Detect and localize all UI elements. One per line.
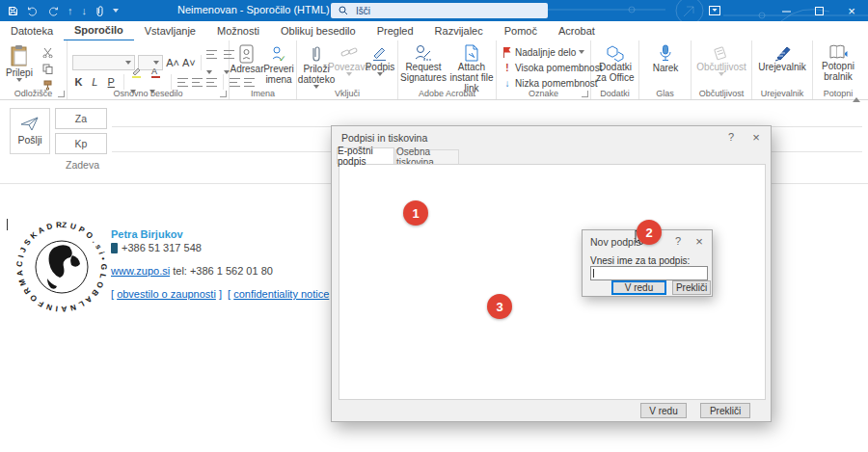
paste-dropdown-icon[interactable] <box>16 78 22 82</box>
phone-icon <box>111 243 118 253</box>
collapse-ribbon-icon[interactable] <box>853 89 860 106</box>
low-importance-label: Nizka pomembnost <box>515 78 598 89</box>
dictate-button[interactable]: Narek <box>647 44 684 73</box>
group-tags: Nadaljnje delo ! Visoka pomembnost ↓ Niz… <box>497 40 591 99</box>
minimize-button[interactable] <box>770 0 802 21</box>
ribbon-display-options-button[interactable] <box>698 0 731 21</box>
tab-pomoc[interactable]: Pomoč <box>494 21 548 40</box>
new-dialog-help-button[interactable]: ? <box>669 233 687 249</box>
tab-personal-stationery[interactable]: Osebna tiskovina <box>395 149 459 164</box>
notice-en-link[interactable]: confidentiality notice <box>233 288 329 300</box>
signature-name: Petra Birjukov <box>111 228 183 240</box>
clipboard-icon <box>10 44 29 67</box>
addins-icon <box>606 44 625 62</box>
tab-acrobat[interactable]: Acrobat <box>548 21 606 40</box>
save-icon[interactable] <box>8 6 18 16</box>
sensitivity-button: Občutljivost <box>697 44 746 76</box>
basic-text-dialog-launcher-icon[interactable] <box>220 91 227 97</box>
tags-dialog-launcher-icon[interactable] <box>582 91 588 97</box>
tab-vstavljanje[interactable]: Vstavljanje <box>134 21 206 40</box>
new-signature-name-input[interactable] <box>590 266 708 280</box>
move-down-icon[interactable]: ↓ <box>82 6 88 16</box>
maximize-button[interactable] <box>802 0 835 21</box>
group-adobe-acrobat: Request Signatures Attach instant file l… <box>398 40 497 99</box>
tab-datoteka[interactable]: Datoteka <box>0 21 64 40</box>
bold-button[interactable]: K <box>72 76 85 88</box>
high-importance-button[interactable]: ! Visoka pomembnost <box>502 63 602 73</box>
office-addins-button[interactable]: Dodatki za Office <box>595 44 636 83</box>
paste-label: Prilepi <box>6 67 33 78</box>
microphone-icon <box>658 44 673 63</box>
italic-button[interactable]: L <box>89 76 101 88</box>
tab-moznosti[interactable]: Možnosti <box>206 21 270 40</box>
tab-sporocilo[interactable]: Sporočilo <box>64 20 134 41</box>
group-label-include: Vključi <box>297 89 397 98</box>
dictate-label: Narek <box>653 63 679 73</box>
signature-notices: [ obvestilo o zaupnosti ] [ confidential… <box>111 288 335 300</box>
qat-menu-icon[interactable] <box>113 9 119 13</box>
dialog-ok-button[interactable]: V redu <box>640 403 687 418</box>
follow-up-label: Nadaljnje delo <box>515 47 576 58</box>
close-button[interactable]: × <box>835 0 868 21</box>
attach-icon[interactable] <box>95 5 104 17</box>
follow-up-dropdown-icon[interactable] <box>579 50 584 54</box>
group-label-clipboard: Odložišče <box>0 89 67 98</box>
move-up-icon[interactable]: ↑ <box>68 6 73 16</box>
copy-icon[interactable] <box>41 63 54 75</box>
sensitivity-dropdown-icon <box>719 72 724 76</box>
new-dialog-cancel-button[interactable]: Prekliči <box>672 280 711 295</box>
immersive-reader-label: Potopni bralnik <box>817 61 859 82</box>
cut-icon[interactable] <box>41 46 54 59</box>
clipboard-dialog-launcher-icon[interactable] <box>58 91 65 97</box>
address-book-button[interactable]: Adresar <box>231 44 262 74</box>
attach-instant-file-link-button[interactable]: Attach instant file link <box>448 44 495 93</box>
signature-website-link[interactable]: www.zupo.si <box>111 265 170 277</box>
tab-razvijalec[interactable]: Razvijalec <box>424 21 494 40</box>
signature-dropdown-icon[interactable] <box>377 72 383 76</box>
new-signature-prompt: Vnesi ime za ta podpis: <box>590 255 690 266</box>
to-button[interactable]: Za <box>55 108 107 129</box>
dialog-close-button[interactable]: × <box>747 129 765 145</box>
check-names-button[interactable]: ✓ Preveri imena <box>262 44 295 85</box>
flag-icon <box>502 46 512 58</box>
new-dialog-close-button[interactable]: × <box>691 233 708 249</box>
group-label-sensitivity: Občutljivost <box>692 89 751 98</box>
group-voice: Narek Glas <box>639 40 692 99</box>
to-field[interactable] <box>112 107 862 127</box>
group-names: Adresar ✓ Preveri imena Imena <box>230 40 297 99</box>
cc-button[interactable]: Kp <box>55 133 107 154</box>
search-box[interactable] <box>331 3 548 18</box>
tab-oblikuj-besedilo[interactable]: Oblikuj besedilo <box>270 21 366 40</box>
svg-text:✓: ✓ <box>279 54 286 64</box>
new-dialog-ok-button[interactable]: V redu <box>611 280 666 295</box>
tab-email-signature[interactable]: E-poštni podpis <box>337 147 394 164</box>
low-importance-icon: ↓ <box>502 78 512 89</box>
signature-mobile-line: +386 51 317 548 <box>111 242 202 253</box>
signature-button[interactable]: Podpis <box>365 44 395 76</box>
editor-button[interactable]: Urejevalnik <box>758 44 806 72</box>
low-importance-button[interactable]: ↓ Nizka pomembnost <box>502 78 598 89</box>
undo-icon[interactable] <box>27 6 39 16</box>
send-button[interactable]: Pošlji <box>10 108 50 154</box>
redo-icon[interactable] <box>47 6 59 16</box>
request-signatures-button[interactable]: Request Signatures <box>401 44 446 83</box>
underline-button[interactable]: P <box>105 76 118 88</box>
dialog-help-button[interactable]: ? <box>722 129 740 145</box>
dialog-cancel-button[interactable]: Prekliči <box>700 403 750 418</box>
quick-access-toolbar: ↑ ↓ <box>8 0 119 21</box>
send-icon <box>20 117 40 131</box>
immersive-reader-button[interactable]: Potopni bralnik <box>817 44 859 82</box>
ribbon-tab-row: Datoteka Sporočilo Vstavljanje Možnosti … <box>0 21 868 40</box>
group-label-voice: Glas <box>639 89 691 98</box>
follow-up-button[interactable]: Nadaljnje delo <box>502 46 584 58</box>
notice-sl-link[interactable]: obvestilo o zaupnosti <box>117 288 216 300</box>
group-label-adobe-acrobat: Adobe Acrobat <box>398 89 496 98</box>
annotation-step-3: 3 <box>487 294 512 319</box>
bracket: [ <box>228 288 231 300</box>
paste-button[interactable]: Prilepi <box>4 44 35 82</box>
group-label-basic-text: Osnovno besedilo <box>68 89 229 98</box>
tab-pregled[interactable]: Pregled <box>366 21 424 40</box>
search-input[interactable] <box>354 5 502 17</box>
group-label-addins: Dodatki <box>591 89 638 98</box>
annotation-step-2: 2 <box>637 220 662 245</box>
